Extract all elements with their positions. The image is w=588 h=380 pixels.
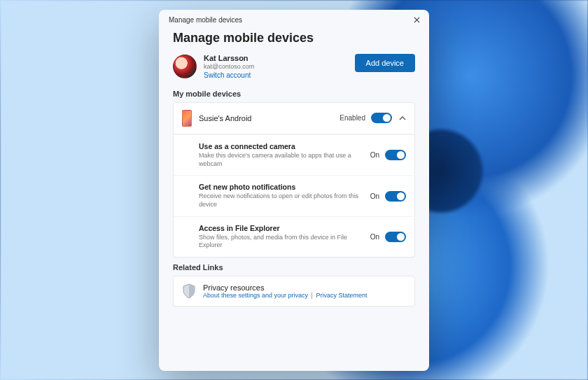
content-area: Manage mobile devices Kat Larsson kat@co… bbox=[159, 27, 429, 321]
setting-state: On bbox=[370, 192, 379, 200]
related-section-label: Related Links bbox=[173, 263, 415, 272]
page-title: Manage mobile devices bbox=[173, 31, 415, 45]
device-status: Enabled bbox=[340, 114, 365, 122]
setting-title: Use as a connected camera bbox=[199, 142, 365, 150]
close-button[interactable] bbox=[411, 14, 422, 25]
user-info-block: Kat Larsson kat@contoso.com Switch accou… bbox=[173, 54, 254, 80]
shield-icon bbox=[182, 283, 196, 299]
setting-desc: Show files, photos, and media from this … bbox=[199, 234, 365, 250]
user-name: Kat Larsson bbox=[204, 54, 254, 63]
user-email: kat@contoso.com bbox=[204, 63, 254, 71]
switch-account-link[interactable]: Switch account bbox=[204, 71, 254, 80]
photo-notifications-toggle[interactable] bbox=[385, 191, 406, 202]
avatar bbox=[173, 55, 197, 78]
privacy-title: Privacy resources bbox=[203, 283, 368, 292]
setting-file-explorer: Access in File Explorer Show files, phot… bbox=[174, 216, 414, 257]
file-explorer-toggle[interactable] bbox=[385, 232, 406, 242]
setting-title: Access in File Explorer bbox=[199, 224, 365, 232]
device-enabled-toggle[interactable] bbox=[371, 113, 392, 123]
settings-window: Manage mobile devices Manage mobile devi… bbox=[159, 10, 429, 371]
about-privacy-link[interactable]: About these settings and your privacy bbox=[203, 292, 308, 299]
privacy-resources-card[interactable]: Privacy resources About these settings a… bbox=[173, 276, 415, 307]
user-row: Kat Larsson kat@contoso.com Switch accou… bbox=[173, 54, 415, 80]
setting-title: Get new photo notifications bbox=[199, 183, 365, 191]
device-name: Susie's Android bbox=[199, 114, 340, 122]
setting-state: On bbox=[370, 151, 379, 159]
phone-icon bbox=[182, 110, 192, 127]
link-separator: | bbox=[312, 292, 313, 299]
setting-connected-camera: Use as a connected camera Make this devi… bbox=[174, 134, 414, 175]
setting-desc: Receive new notifications to open or edi… bbox=[199, 192, 365, 209]
titlebar: Manage mobile devices bbox=[159, 10, 429, 27]
window-title: Manage mobile devices bbox=[169, 16, 242, 24]
privacy-links: About these settings and your privacy | … bbox=[203, 292, 368, 299]
add-device-button[interactable]: Add device bbox=[355, 54, 415, 72]
device-card: Susie's Android Enabled Use as a connect… bbox=[173, 102, 415, 258]
connected-camera-toggle[interactable] bbox=[385, 150, 406, 160]
devices-section-label: My mobile devices bbox=[173, 90, 415, 98]
setting-photo-notifications: Get new photo notifications Receive new … bbox=[174, 175, 414, 216]
close-icon bbox=[414, 17, 420, 23]
setting-state: On bbox=[370, 233, 379, 241]
device-header[interactable]: Susie's Android Enabled bbox=[174, 103, 414, 134]
chevron-up-icon bbox=[399, 115, 406, 122]
collapse-button[interactable] bbox=[399, 115, 406, 122]
setting-desc: Make this device's camera available to a… bbox=[199, 152, 365, 168]
privacy-statement-link[interactable]: Privacy Statement bbox=[316, 292, 367, 299]
